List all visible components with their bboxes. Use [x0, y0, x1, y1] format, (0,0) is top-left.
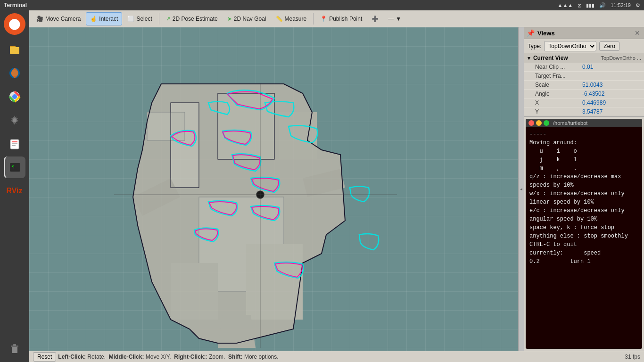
terminal-panel: /home/turtlebot -----Moving around: u i … — [526, 119, 642, 349]
current-view-type: TopDownOrtho ... — [601, 55, 641, 61]
extra-button[interactable]: — ▼ — [384, 12, 405, 25]
select-icon: ⬜ — [127, 16, 134, 22]
add-button[interactable]: ➕ — [367, 12, 383, 25]
terminal-line: m , . — [529, 164, 638, 173]
terminal-line: j k l — [529, 156, 638, 164]
svg-rect-22 — [246, 244, 303, 320]
views-type-select[interactable]: TopDownOrtho Orbit FPS — [544, 41, 596, 51]
rviz-sidebar-icon[interactable]: RViz — [4, 180, 25, 202]
cv-row: Scale51.0043 — [524, 81, 644, 90]
cv-rows-container: Near Clip ...0.01Target Fra...Scale51.00… — [524, 63, 644, 116]
terminal-sidebar-icon[interactable]: $_ — [4, 156, 25, 178]
interact-icon: ☝ — [90, 16, 97, 22]
views-zero-button[interactable]: Zero — [599, 41, 619, 51]
views-type-row: Type: TopDownOrtho Orbit FPS Zero — [524, 39, 644, 53]
titlebar-title: Terminal — [4, 2, 27, 8]
status-hint: Left-Click: Rotate. Middle-Click: Move X… — [58, 354, 278, 360]
map-visualization — [76, 56, 397, 348]
svg-rect-7 — [10, 140, 19, 149]
cv-row: Target Fra... — [524, 72, 644, 81]
svg-rect-1 — [10, 47, 19, 54]
interact-button[interactable]: ☝ Interact — [86, 12, 122, 25]
cv-row: X0.446989 — [524, 99, 644, 107]
move-camera-button[interactable]: 🎥 Move Camera — [32, 12, 85, 25]
publish-point-button[interactable]: 📍 Publish Point — [316, 12, 366, 25]
terminal-line: 0.2 turn 1 — [529, 257, 638, 266]
rviz-canvas[interactable] — [29, 27, 518, 351]
collapse-handle[interactable] — [518, 27, 524, 351]
titlebar-icons: ▲▲▲ ⧖ ▮▮▮ 🔊 11:52:19 ⚙ — [558, 2, 641, 8]
move-camera-label: Move Camera — [45, 16, 81, 22]
publish-label: Publish Point — [329, 16, 362, 22]
views-panel: 📌 Views ✕ Type: TopDownOrtho Orbit FPS Z… — [524, 27, 644, 117]
views-pin-icon: 📌 — [527, 29, 535, 37]
pose-estimate-button[interactable]: ↗ 2D Pose Estimate — [162, 12, 222, 25]
svg-rect-26 — [147, 112, 185, 140]
views-header: 📌 Views ✕ — [524, 27, 644, 39]
cv-row: Near Clip ...0.01 — [524, 63, 644, 72]
expand-icon: ▼ — [527, 56, 531, 61]
firefox-icon[interactable] — [4, 62, 25, 84]
dropdown-icon: ▼ — [396, 16, 401, 22]
svg-text:$_: $_ — [12, 165, 17, 169]
fps-display: 31 fps — [625, 354, 640, 360]
views-close-button[interactable]: ✕ — [634, 29, 641, 37]
views-title: Views — [537, 30, 555, 37]
terminal-maximize-button[interactable] — [544, 120, 549, 126]
terminal-path: /home/turtlebot — [553, 120, 587, 126]
nav-label: 2D Nav Goal — [234, 16, 266, 22]
measure-button[interactable]: 📏 Measure — [272, 12, 311, 25]
toolbar: 🎥 Move Camera ☝ Interact ⬜ Select ↗ 2D P… — [29, 10, 644, 27]
select-button[interactable]: ⬜ Select — [123, 12, 156, 25]
statusbar: Reset Left-Click: Rotate. Middle-Click: … — [29, 351, 644, 362]
publish-icon: 📍 — [320, 16, 327, 22]
titlebar: Terminal ▲▲▲ ⧖ ▮▮▮ 🔊 11:52:19 ⚙ — [0, 0, 644, 10]
reset-button[interactable]: Reset — [33, 352, 56, 362]
select-label: Select — [136, 16, 152, 22]
svg-rect-18 — [218, 93, 274, 159]
trash-icon[interactable] — [4, 337, 25, 359]
measure-label: Measure — [285, 16, 307, 22]
settings-icon[interactable] — [4, 109, 25, 131]
main-layout: ⬤ $_ RViz 🎥 — [0, 10, 644, 362]
interact-label: Interact — [99, 16, 118, 22]
current-view-label: Current View — [533, 55, 568, 61]
bluetooth-icon: ⧖ — [578, 2, 581, 8]
cv-row: Angle-6.43502 — [524, 90, 644, 99]
terminal-line: currently: speed — [529, 249, 638, 257]
current-view-header: ▼ Current View TopDownOrtho ... — [524, 53, 644, 63]
terminal-line: e/c : increase/decrease only angular spe… — [529, 206, 638, 223]
separator-1 — [159, 13, 159, 25]
settings-tray-icon[interactable]: ⚙ — [636, 2, 640, 8]
wifi-icon: ▲▲▲ — [558, 2, 573, 8]
terminal-line: w/x : increase/decrease only linear spee… — [529, 189, 638, 206]
line-icon: — — [388, 16, 394, 22]
svg-point-5 — [12, 94, 17, 99]
terminal-titlebar: /home/turtlebot — [526, 119, 642, 127]
nav-goal-button[interactable]: ➤ 2D Nav Goal — [223, 12, 271, 25]
terminal-line: Moving around: — [529, 139, 638, 147]
cv-row: Y3.54787 — [524, 107, 644, 116]
chromium-icon[interactable] — [4, 86, 25, 107]
terminal-line: space key, k : force stop — [529, 223, 638, 232]
right-panel: 📌 Views ✕ Type: TopDownOrtho Orbit FPS Z… — [524, 27, 644, 351]
camera-icon: 🎥 — [36, 16, 43, 22]
separator-2 — [313, 13, 314, 25]
svg-rect-13 — [12, 346, 17, 353]
editor-icon[interactable] — [4, 133, 25, 155]
battery-icon: ▮▮▮ — [586, 2, 594, 8]
terminal-content[interactable]: -----Moving around: u i o j k l m , .q/z… — [526, 127, 642, 349]
content-area: 🎥 Move Camera ☝ Interact ⬜ Select ↗ 2D P… — [29, 10, 644, 362]
type-label: Type: — [528, 43, 541, 49]
svg-rect-15 — [13, 344, 16, 346]
pose-label: 2D Pose Estimate — [173, 16, 218, 22]
pose-icon: ↗ — [166, 16, 171, 22]
ubuntu-logo[interactable]: ⬤ — [4, 13, 25, 35]
clock: 11:52:19 — [611, 2, 631, 8]
terminal-close-button[interactable] — [528, 120, 534, 126]
terminal-line: ----- — [529, 130, 638, 139]
terminal-line: q/z : increase/decrease max speeds by 10… — [529, 173, 638, 189]
files-icon[interactable] — [4, 39, 25, 60]
measure-icon: 📏 — [276, 16, 283, 22]
terminal-minimize-button[interactable] — [536, 120, 542, 126]
